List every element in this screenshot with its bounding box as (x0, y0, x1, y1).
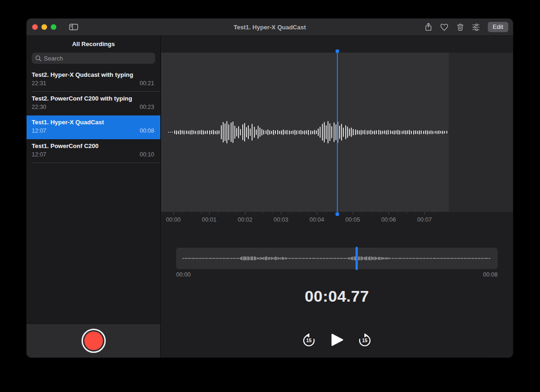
recording-list-item[interactable]: Test1. PowerConf C200 12:07 00:10 (27, 139, 160, 163)
zoom-window-button[interactable] (51, 24, 56, 30)
traffic-lights (32, 24, 56, 30)
share-icon[interactable] (422, 21, 436, 33)
sidebar-toggle-icon[interactable] (67, 21, 81, 33)
player-area: 00:0000:0100:0200:0300:0400:0500:0600:07… (161, 36, 513, 358)
scrubber-playhead[interactable] (355, 247, 358, 270)
recording-duration: 00:21 (140, 80, 154, 87)
record-footer (27, 324, 160, 358)
delete-trash-icon[interactable] (453, 21, 467, 33)
recording-duration: 00:08 (140, 128, 154, 134)
recordings-list: Test2. Hyper-X Qudcast with typing 22:31… (27, 68, 160, 324)
playback-controls: 15 15 (161, 332, 513, 348)
search-icon (35, 55, 41, 61)
search-field (32, 53, 155, 64)
scrubber-bar[interactable] (176, 248, 498, 269)
scrubber-start-time: 00:00 (176, 271, 191, 278)
recording-list-item[interactable]: Test2. PowerConf C200 with typing 22:30 … (27, 92, 160, 115)
minimize-window-button[interactable] (41, 24, 47, 30)
skip-forward-15-button[interactable]: 15 (357, 332, 373, 348)
title-bar: Test1. Hyper-X QuadCast (27, 19, 513, 36)
playhead-handle-top[interactable] (335, 49, 339, 53)
record-dot-icon (84, 331, 103, 350)
svg-text:15: 15 (306, 338, 312, 343)
recording-title: Test2. Hyper-X Qudcast with typing (32, 71, 154, 78)
sidebar: All Recordings Test2. Hyper-X Qudcast wi… (27, 36, 161, 358)
current-time-display: 00:04.77 (161, 287, 513, 305)
recording-title: Test1. PowerConf C200 (32, 142, 154, 149)
adjust-sliders-icon[interactable] (469, 21, 483, 33)
scrubber-end-time: 00:08 (483, 271, 498, 278)
recording-list-item-selected[interactable]: Test1. Hyper-X QuadCast 12:07 00:08 (27, 115, 160, 139)
scrubber-waveform (183, 248, 491, 269)
record-button[interactable] (82, 329, 106, 353)
recording-time: 12:07 (32, 151, 46, 158)
close-window-button[interactable] (32, 24, 38, 30)
favorite-heart-icon[interactable] (437, 21, 451, 33)
search-input[interactable] (32, 53, 155, 64)
recording-time: 22:31 (32, 80, 46, 87)
recording-title: Test1. Hyper-X QuadCast (32, 119, 154, 126)
recording-title: Test2. PowerConf C200 with typing (32, 95, 154, 102)
waveform-bars (168, 53, 447, 212)
time-ruler: 00:0000:0100:0200:0300:0400:0500:0600:07 (161, 212, 513, 227)
toolbar: Edit (422, 21, 508, 33)
recording-list-item[interactable]: Test2. Hyper-X Qudcast with typing 22:31… (27, 68, 160, 92)
recording-duration: 00:23 (140, 104, 154, 110)
playhead-line[interactable] (337, 51, 338, 215)
sidebar-header: All Recordings (27, 41, 160, 47)
recording-duration: 00:10 (140, 151, 154, 158)
edit-button[interactable]: Edit (488, 22, 508, 32)
recording-time: 12:07 (32, 128, 46, 134)
waveform-panel-empty (449, 53, 513, 212)
skip-back-15-button[interactable]: 15 (301, 332, 317, 348)
voice-memos-window: Test1. Hyper-X QuadCast (27, 19, 513, 358)
play-button[interactable] (329, 332, 345, 348)
svg-text:15: 15 (362, 338, 368, 343)
recording-time: 22:30 (32, 104, 46, 110)
